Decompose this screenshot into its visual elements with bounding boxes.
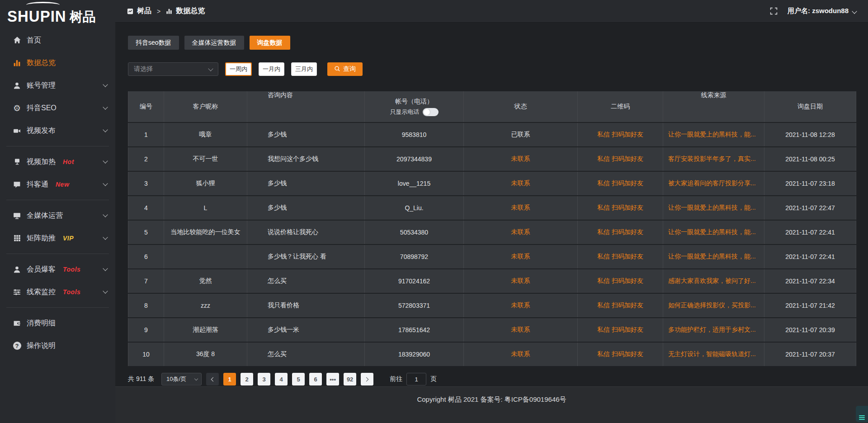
col-account-label: 帐号（电话） xyxy=(395,98,433,106)
source-link[interactable]: 如何正确选择投影仪，买投影... xyxy=(663,294,764,317)
source-link[interactable]: 被大家追着问的客厅投影分享... xyxy=(663,172,764,195)
fullscreen-icon[interactable] xyxy=(770,7,778,15)
cell-id: 7 xyxy=(128,269,164,293)
table-row: 10 36度 8 怎么买 183929060 未联系 私信 扫码加好友 无主灯设… xyxy=(128,343,856,366)
status-badge: 未联系 xyxy=(511,228,530,236)
cell-account: 917024162 xyxy=(365,269,464,293)
sidebar-divider xyxy=(6,254,109,254)
user-icon xyxy=(13,81,21,90)
table-row: 9 潮起潮落 多少钱一米 178651642 未联系 私信 扫码加好友 多功能护… xyxy=(128,318,856,342)
logo-text-en: SHUPIN xyxy=(7,8,66,24)
chevron-down-icon xyxy=(103,266,108,271)
qr-links[interactable]: 私信 扫码加好友 xyxy=(578,172,663,195)
more-pages-button[interactable]: ••• xyxy=(326,373,339,385)
tab-inquiry-data[interactable]: 询盘数据 xyxy=(250,36,290,50)
tab-media-ops-data[interactable]: 全媒体运营数据 xyxy=(184,36,244,50)
sidebar-item-media-ops[interactable]: 全媒体运营 xyxy=(0,204,115,227)
qr-links[interactable]: 私信 扫码加好友 xyxy=(578,245,663,268)
cell-date: 2021-11-07 22:41 xyxy=(764,245,856,268)
prev-page-button[interactable] xyxy=(206,373,219,385)
cell-date: 2021-11-07 20:37 xyxy=(764,343,856,366)
qr-links[interactable]: 私信 扫码加好友 xyxy=(578,196,663,220)
breadcrumb-current: 数据总览 xyxy=(176,6,205,16)
period-week-button[interactable]: 一周内 xyxy=(225,62,252,76)
cell-nickname xyxy=(164,245,247,268)
sidebar-item-matrix-boost[interactable]: 矩阵助推 VIP xyxy=(0,227,115,249)
chat-widget[interactable] xyxy=(856,406,868,422)
cell-date: 2021-11-07 22:47 xyxy=(764,196,856,220)
sidebar-item-label: 操作说明 xyxy=(27,341,56,351)
next-page-button[interactable] xyxy=(361,373,373,385)
sidebar-item-consumption[interactable]: 消费明细 xyxy=(0,312,115,334)
tab-douyin-seo-data[interactable]: 抖音seo数据 xyxy=(128,36,179,50)
phone-only-label: 只显示电话 xyxy=(390,108,420,116)
page-button-6[interactable]: 6 xyxy=(309,373,322,385)
qr-links[interactable]: 私信 扫码加好友 xyxy=(578,147,663,171)
sidebar-item-video-heat[interactable]: 视频加热 Hot xyxy=(0,150,115,173)
sidebar-item-help[interactable]: ? 操作说明 xyxy=(0,334,115,357)
status-badge: 未联系 xyxy=(511,326,530,334)
question-icon: ? xyxy=(13,342,21,350)
cell-content: 多少钱一米 xyxy=(247,318,365,342)
page-button-4[interactable]: 4 xyxy=(275,373,288,385)
page-button-3[interactable]: 3 xyxy=(258,373,270,385)
qr-links[interactable]: 私信 扫码加好友 xyxy=(578,294,663,317)
home-icon xyxy=(13,36,21,45)
sidebar-divider xyxy=(6,200,109,200)
sidebar-item-member-tools[interactable]: 会员爆客 Tools xyxy=(0,258,115,281)
sidebar-item-account[interactable]: 账号管理 xyxy=(0,74,115,97)
wallet-icon xyxy=(13,319,21,328)
sidebar-item-label: 会员爆客 xyxy=(27,265,56,274)
user-menu[interactable]: 用户名: zswodun88 xyxy=(788,7,856,15)
sidebar-item-home[interactable]: 首页 xyxy=(0,29,115,52)
cell-account: Q_Liu. xyxy=(365,196,464,220)
source-link[interactable]: 让你一眼就爱上的黑科技，能... xyxy=(663,196,764,220)
page-button-2[interactable]: 2 xyxy=(241,373,253,385)
source-link[interactable]: 让你一眼就爱上的黑科技，能... xyxy=(663,221,764,244)
source-link[interactable]: 感谢大家喜欢我家，被问了好... xyxy=(663,269,764,293)
sidebar-item-data-overview[interactable]: 数据总览 xyxy=(0,52,115,74)
cell-content: 怎么买 xyxy=(247,269,365,293)
col-nickname: 客户昵称 xyxy=(164,91,247,122)
chevron-down-icon xyxy=(103,288,108,293)
source-link[interactable]: 让你一眼就爱上的黑科技，能... xyxy=(663,123,764,146)
qr-links[interactable]: 私信 扫码加好友 xyxy=(578,123,663,146)
grid-icon xyxy=(13,234,21,243)
account-select[interactable]: 请选择 xyxy=(128,62,218,76)
page-size-select[interactable]: 10条/页 xyxy=(161,373,202,385)
inquiry-table: 编号 客户昵称 咨询内容 帐号（电话） 只显示电话 状态 二维码 线索来源 询盘… xyxy=(128,91,856,366)
cell-nickname: 狐小狸 xyxy=(164,172,247,195)
source-link[interactable]: 客厅安装投影半年多了，真实... xyxy=(663,147,764,171)
qr-links[interactable]: 私信 扫码加好友 xyxy=(578,221,663,244)
qr-links[interactable]: 私信 扫码加好友 xyxy=(578,318,663,342)
jump-page-input[interactable] xyxy=(406,373,426,385)
page-button-92[interactable]: 92 xyxy=(344,373,356,385)
sidebar-item-douketong[interactable]: 抖客通 New xyxy=(0,173,115,196)
chevron-down-icon xyxy=(103,82,108,87)
col-date: 询盘日期 xyxy=(764,91,856,122)
cell-account: love__1215 xyxy=(365,172,464,195)
source-link[interactable]: 无主灯设计，智能磁吸轨道灯... xyxy=(663,343,764,366)
search-button[interactable]: 查询 xyxy=(327,62,363,76)
cell-id: 8 xyxy=(128,294,164,317)
hot-badge: Hot xyxy=(63,158,74,165)
page-button-5[interactable]: 5 xyxy=(292,373,305,385)
period-month-button[interactable]: 一月内 xyxy=(259,62,284,76)
breadcrumb-root[interactable]: 树品 xyxy=(137,6,151,16)
status-badge: 未联系 xyxy=(511,204,530,212)
username-label: 用户名: zswodun88 xyxy=(788,7,849,15)
cell-account: 183929060 xyxy=(365,343,464,366)
phone-only-toggle[interactable] xyxy=(423,108,439,116)
period-quarter-button[interactable]: 三月内 xyxy=(291,62,317,76)
col-qrcode: 二维码 xyxy=(578,91,663,122)
sidebar-item-video-publish[interactable]: 视频发布 xyxy=(0,119,115,142)
sidebar-item-douyin-seo[interactable]: ⚙ 抖音SEO xyxy=(0,97,115,119)
source-link[interactable]: 让你一眼就爱上的黑科技，能... xyxy=(663,245,764,268)
source-link[interactable]: 多功能护栏灯，适用于乡村文... xyxy=(663,318,764,342)
table-row: 3 狐小狸 多少钱 love__1215 未联系 私信 扫码加好友 被大家追着问… xyxy=(128,172,856,195)
page-button-1[interactable]: 1 xyxy=(223,373,236,385)
chevron-down-icon xyxy=(103,212,108,217)
qr-links[interactable]: 私信 扫码加好友 xyxy=(578,343,663,366)
sidebar-item-clue-monitor[interactable]: 线索监控 Tools xyxy=(0,281,115,303)
qr-links[interactable]: 私信 扫码加好友 xyxy=(578,269,663,293)
